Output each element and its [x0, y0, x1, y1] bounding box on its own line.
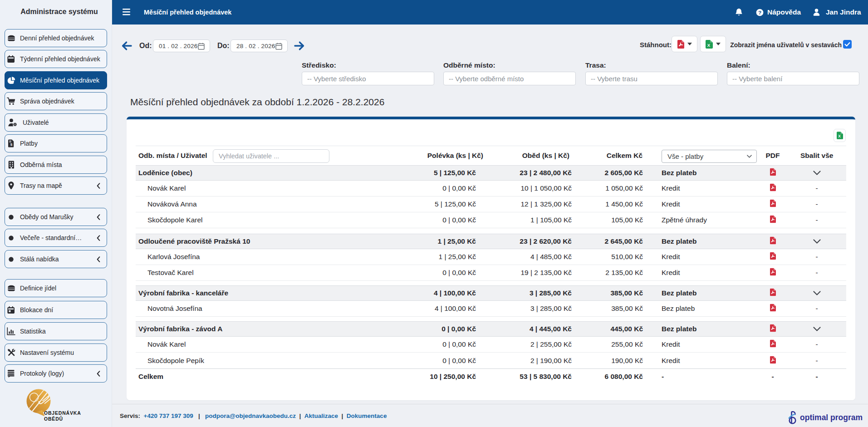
svg-text:X: X — [707, 43, 711, 48]
svg-text:$: $ — [10, 142, 12, 147]
svg-text:OBĚDŮ: OBĚDŮ — [44, 416, 63, 422]
svg-text:X: X — [838, 134, 841, 138]
svg-text:OBJEDNÁVKA: OBJEDNÁVKA — [44, 410, 81, 416]
svg-text:?: ? — [758, 9, 761, 15]
